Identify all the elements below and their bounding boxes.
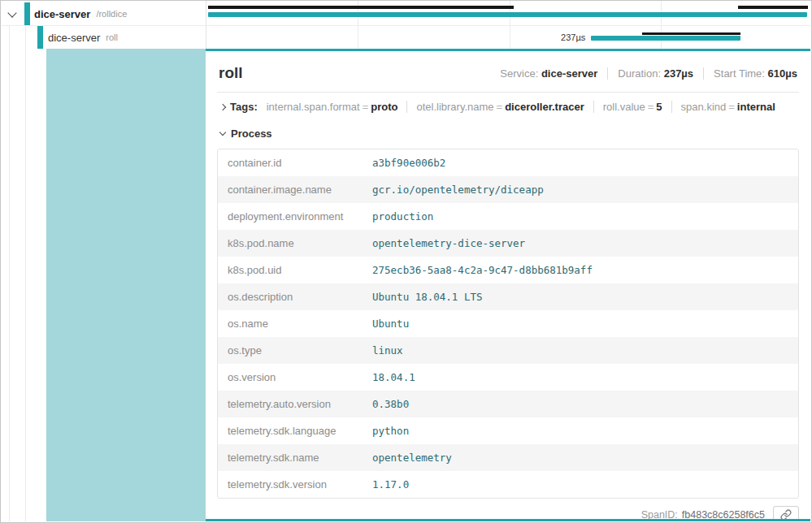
process-key: container.image.name (218, 176, 363, 203)
table-row: telemetry.sdk.version1.17.0 (218, 471, 798, 498)
table-row: os.descriptionUbuntu 18.04.1 LTS (218, 283, 798, 310)
span-row-roll[interactable]: dice-server roll 237µs (2, 26, 810, 49)
tag-value: proto (371, 101, 397, 113)
span-row-root[interactable]: dice-server /rolldice (2, 2, 810, 26)
chevron-down-icon (219, 129, 226, 136)
process-key: telemetry.sdk.language (218, 417, 363, 444)
tag-value: 5 (656, 101, 662, 113)
tree-guide-line (25, 26, 26, 521)
critical-path-segment (738, 6, 808, 9)
span-operation-name: /rolldice (96, 9, 127, 19)
tag-key: roll.value (603, 101, 645, 113)
service-color-bar (24, 2, 30, 25)
process-value: python (363, 417, 798, 444)
meta-service: Service: dice-server (500, 67, 597, 80)
critical-path-segment (642, 32, 740, 35)
process-value: opentelemetry-dice-server (363, 230, 798, 257)
span-detail-meta: Service: dice-server Duration: 237µs Sta… (500, 67, 797, 80)
process-value: 1.17.0 (363, 471, 798, 498)
span-timeline-cell[interactable] (206, 2, 810, 25)
table-row: os.nameUbuntu (218, 310, 798, 337)
process-value: Ubuntu (363, 310, 798, 337)
process-value: Ubuntu 18.04.1 LTS (363, 283, 798, 310)
tag-equals: = (645, 101, 657, 113)
process-key: k8s.pod.uid (218, 257, 363, 283)
span-detail-header: roll Service: dice-server Duration: 237µ… (217, 59, 799, 93)
meta-start-label: Start Time: (714, 67, 765, 80)
process-key: telemetry.sdk.version (218, 471, 363, 498)
tag-key: internal.span.format (267, 101, 360, 113)
meta-duration: Duration: 237µs (607, 67, 693, 80)
tags-accordion-header[interactable]: Tags: internal.span.format=proto otel.li… (217, 93, 799, 121)
table-row: k8s.pod.nameopentelemetry-dice-server (218, 230, 798, 257)
process-key: deployment.environment (218, 203, 363, 230)
table-row: telemetry.sdk.languagepython (218, 417, 798, 444)
span-timeline-cell[interactable]: 237µs (206, 26, 810, 49)
span-detail-footer: SpanID: fb483c8c6258f6c5 (217, 506, 799, 521)
meta-start-value: 610µs (768, 67, 797, 80)
critical-path-segment (208, 6, 514, 9)
process-key: container.id (218, 149, 363, 176)
tag-item: span.kind=internal (671, 101, 784, 113)
process-key: os.version (218, 364, 363, 391)
process-key-value-table: container.ida3bf90e006b2 container.image… (217, 149, 799, 499)
table-row: os.version18.04.1 (218, 364, 798, 391)
table-row: k8s.pod.uid275ecb36-5aa8-4c2a-9c47-d8bb6… (218, 257, 798, 283)
process-key: telemetry.auto.version (218, 391, 363, 417)
jaeger-trace-detail-view: dice-server /rolldice dice-server roll 2… (0, 0, 812, 523)
process-key: telemetry.sdk.name (218, 444, 363, 471)
process-value: gcr.io/opentelemetry/diceapp (363, 176, 798, 203)
meta-start-time: Start Time: 610µs (703, 67, 797, 80)
meta-duration-label: Duration: (618, 67, 661, 80)
table-row: os.typelinux (218, 337, 798, 364)
table-row: telemetry.sdk.nameopentelemetry (218, 444, 798, 471)
tag-value: diceroller.tracer (505, 101, 584, 113)
table-row: container.image.namegcr.io/opentelemetry… (218, 176, 798, 203)
tag-key: span.kind (681, 101, 727, 113)
span-name-column[interactable]: dice-server /rolldice (2, 2, 206, 25)
table-row: container.ida3bf90e006b2 (218, 149, 798, 176)
process-value: linux (363, 337, 798, 364)
span-bar-root[interactable] (208, 12, 807, 17)
process-key: k8s.pod.name (218, 230, 363, 257)
link-icon (780, 509, 792, 521)
tag-item: internal.span.format=proto (258, 101, 407, 113)
spanid-label: SpanID: (641, 509, 678, 521)
process-value: 18.04.1 (363, 364, 798, 391)
tag-item: otel.library.name=diceroller.tracer (406, 101, 593, 113)
tag-value: internal (737, 101, 775, 113)
tree-guide-line (9, 26, 10, 521)
chevron-right-icon (219, 103, 226, 110)
process-value: a3bf90e006b2 (363, 149, 798, 176)
tag-equals: = (494, 101, 506, 113)
process-value: opentelemetry (363, 444, 798, 471)
process-key: os.type (218, 337, 363, 364)
meta-service-label: Service: (500, 67, 538, 80)
tag-key: otel.library.name (416, 101, 493, 113)
tag-equals: = (726, 101, 737, 113)
tag-equals: = (360, 101, 371, 113)
service-color-bar (37, 26, 43, 49)
process-accordion-header[interactable]: Process (217, 121, 799, 147)
table-row: telemetry.auto.version0.38b0 (218, 391, 798, 417)
span-name-column[interactable]: dice-server roll (2, 26, 206, 49)
table-row: deployment.environmentproduction (218, 203, 798, 230)
span-detail-panel: roll Service: dice-server Duration: 237µ… (206, 49, 810, 521)
process-key: os.description (218, 283, 363, 310)
copy-deep-link-button[interactable] (773, 506, 799, 521)
meta-duration-value: 237µs (664, 67, 693, 80)
span-service-name: dice-server (48, 32, 100, 44)
tags-label: Tags: (230, 101, 258, 113)
tag-item: roll.value=5 (593, 101, 671, 113)
span-bar-roll[interactable] (591, 36, 741, 41)
span-service-name: dice-server (34, 8, 90, 20)
span-operation-name: roll (106, 32, 118, 42)
span-duration-label: 237µs (561, 32, 585, 42)
span-detail-title: roll (219, 64, 243, 82)
collapse-chevron-down-icon[interactable] (7, 8, 16, 17)
process-value: production (363, 203, 798, 230)
spanid-value: fb483c8c6258f6c5 (682, 509, 765, 521)
meta-service-value: dice-server (541, 67, 597, 80)
expanded-span-accent[interactable] (46, 49, 206, 521)
process-label: Process (231, 128, 272, 140)
